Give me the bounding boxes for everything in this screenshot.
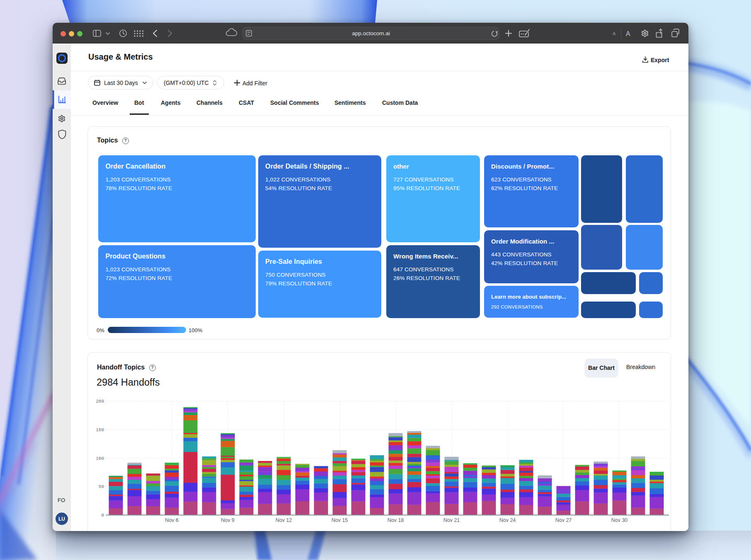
svg-text:FO: FO (58, 497, 65, 503)
svg-text:A: A (613, 31, 616, 36)
svg-text:LU: LU (58, 516, 65, 522)
svg-text:A: A (626, 30, 630, 37)
